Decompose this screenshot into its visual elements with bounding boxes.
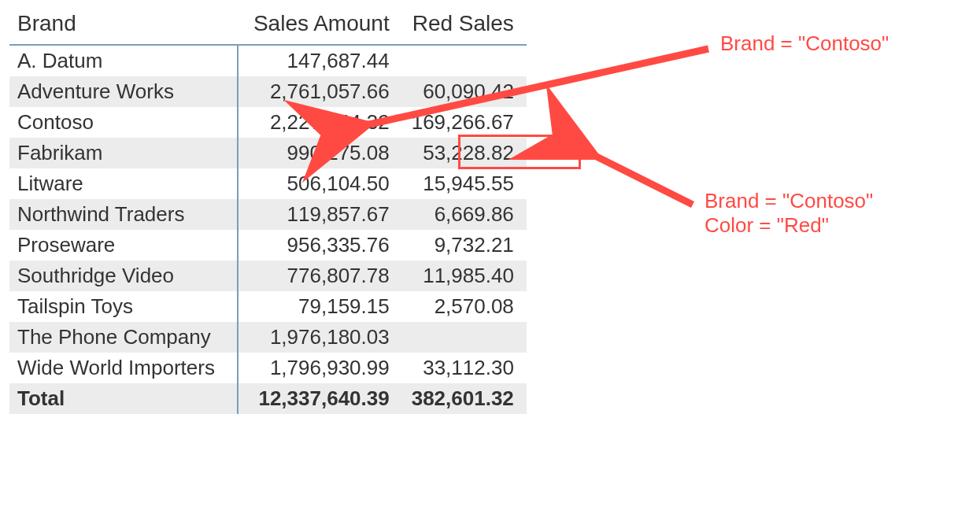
- svg-line-1: [590, 153, 693, 205]
- data-table: Brand Sales Amount Red Sales A. Datum147…: [9, 8, 527, 414]
- cell-brand: Northwind Traders: [9, 199, 238, 230]
- table-row: Adventure Works2,761,057.6660,090.42: [9, 76, 527, 107]
- total-sales: 12,337,640.39: [238, 383, 394, 414]
- cell-sales: 119,857.67: [238, 199, 394, 230]
- annotation-bottom: Brand = "Contoso" Color = "Red": [704, 189, 873, 238]
- cell-red: 15,945.55: [394, 168, 527, 199]
- cell-red: 169,266.67: [394, 107, 527, 138]
- table-row: Contoso2,227,244.32169,266.67: [9, 107, 527, 138]
- col-brand: Brand: [9, 8, 238, 45]
- table-row: Wide World Importers1,796,930.9933,112.3…: [9, 353, 527, 383]
- cell-brand: Tailspin Toys: [9, 291, 238, 322]
- cell-red: 11,985.40: [394, 261, 527, 291]
- cell-red: 2,570.08: [394, 291, 527, 322]
- cell-sales: 1,796,930.99: [238, 353, 394, 383]
- cell-sales: 2,761,057.66: [238, 76, 394, 107]
- table-header-row: Brand Sales Amount Red Sales: [9, 8, 527, 45]
- annotation-top: Brand = "Contoso": [720, 31, 889, 56]
- cell-brand: Litware: [9, 168, 238, 199]
- total-red: 382,601.32: [394, 383, 527, 414]
- cell-red: [394, 322, 527, 353]
- cell-red: 33,112.30: [394, 353, 527, 383]
- col-red-sales: Red Sales: [394, 8, 527, 45]
- cell-brand: A. Datum: [9, 45, 238, 76]
- cell-sales: 776,807.78: [238, 261, 394, 291]
- table-row: The Phone Company1,976,180.03: [9, 322, 527, 353]
- cell-red: 9,732.21: [394, 230, 527, 261]
- table-row: Northwind Traders119,857.676,669.86: [9, 199, 527, 230]
- cell-brand: The Phone Company: [9, 322, 238, 353]
- cell-red: 6,669.86: [394, 199, 527, 230]
- table-row: Southridge Video776,807.7811,985.40: [9, 261, 527, 291]
- table-row: Fabrikam990,275.0853,228.82: [9, 138, 527, 168]
- cell-brand: Proseware: [9, 230, 238, 261]
- cell-brand: Wide World Importers: [9, 353, 238, 383]
- annotation-bottom-line1: Brand = "Contoso": [704, 189, 873, 213]
- cell-red: 53,228.82: [394, 138, 527, 168]
- total-label: Total: [9, 383, 238, 414]
- annotation-bottom-line2: Color = "Red": [704, 213, 829, 237]
- cell-sales: 990,275.08: [238, 138, 394, 168]
- table-row: Proseware956,335.769,732.21: [9, 230, 527, 261]
- table-row: Litware506,104.5015,945.55: [9, 168, 527, 199]
- cell-sales: 147,687.44: [238, 45, 394, 76]
- cell-sales: 956,335.76: [238, 230, 394, 261]
- cell-sales: 2,227,244.32: [238, 107, 394, 138]
- cell-brand: Fabrikam: [9, 138, 238, 168]
- cell-sales: 506,104.50: [238, 168, 394, 199]
- table-row: Tailspin Toys79,159.152,570.08: [9, 291, 527, 322]
- table-total-row: Total12,337,640.39382,601.32: [9, 383, 527, 414]
- cell-brand: Adventure Works: [9, 76, 238, 107]
- cell-sales: 79,159.15: [238, 291, 394, 322]
- cell-brand: Contoso: [9, 107, 238, 138]
- cell-sales: 1,976,180.03: [238, 322, 394, 353]
- table-row: A. Datum147,687.44: [9, 45, 527, 76]
- col-sales-amount: Sales Amount: [238, 8, 394, 45]
- cell-brand: Southridge Video: [9, 261, 238, 291]
- cell-red: [394, 45, 527, 76]
- cell-red: 60,090.42: [394, 76, 527, 107]
